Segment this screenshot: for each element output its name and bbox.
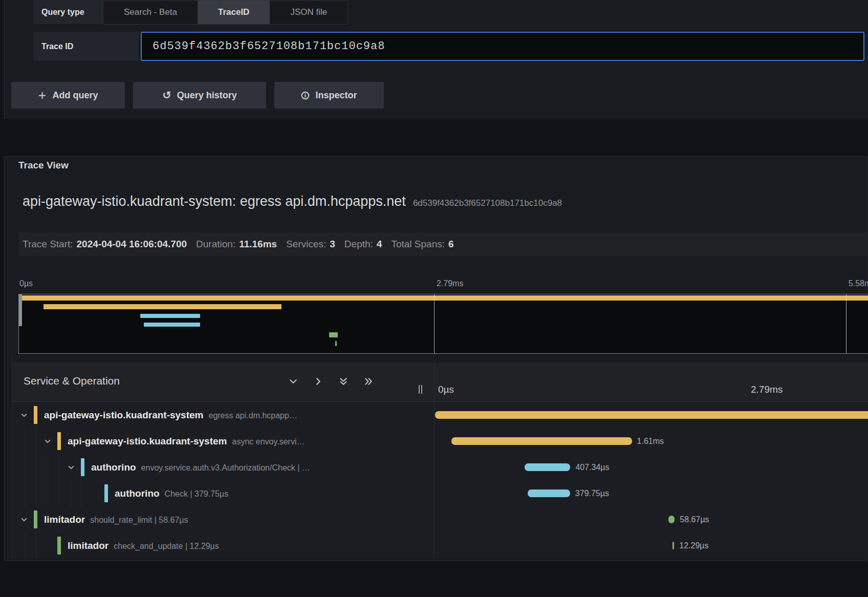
span-row-api-gateway-istio.kuadrant-system[interactable]: api-gateway-istio.kuadrant-systemasync e… <box>12 428 868 454</box>
tab-json-file[interactable]: JSON file <box>270 1 348 24</box>
span-name: api-gateway-istio.kuadrant-systemegress … <box>44 402 434 428</box>
service-color-bar <box>57 537 61 555</box>
span-rows: api-gateway-istio.kuadrant-systemegress … <box>12 402 868 559</box>
span-duration-label: 12.29µs <box>679 532 708 559</box>
info-circle-icon <box>301 91 310 100</box>
indent-guide <box>48 454 48 480</box>
chevron-right-icon <box>314 377 323 386</box>
service-color-bar <box>104 484 108 502</box>
span-duration-label: 1.61ms <box>637 428 664 454</box>
meta-duration-: Duration:11.16ms <box>196 239 277 250</box>
service-name: limitador <box>44 514 85 525</box>
trace-id-label: Trace ID <box>33 32 139 61</box>
minimap-span-bar <box>140 314 201 318</box>
minimap-span-bar <box>44 304 281 309</box>
query-type-tabs: Search - BetaTraceIDJSON file <box>103 0 348 25</box>
trace-id-input[interactable] <box>141 32 864 61</box>
indent-guide <box>25 454 26 480</box>
trace-minimap[interactable] <box>18 294 868 354</box>
ruler-tick: 2.79ms <box>437 279 463 288</box>
span-expander[interactable] <box>20 516 28 523</box>
span-row-authorino[interactable]: authorinoCheck | 379.75µs379.75µs <box>12 480 868 506</box>
service-color-bar <box>34 510 37 528</box>
query-history-button[interactable]: ↺Query history <box>133 82 266 109</box>
collapse-all-button[interactable] <box>339 377 348 386</box>
add-query-button[interactable]: Add query <box>11 82 125 109</box>
span-duration-bar[interactable] <box>435 411 868 419</box>
query-editor-section: Query type Search - BetaTraceIDJSON file… <box>4 0 868 119</box>
span-row-api-gateway-istio.kuadrant-system[interactable]: api-gateway-istio.kuadrant-systemegress … <box>12 402 868 428</box>
span-name: limitadorcheck_and_update | 12.29µs <box>68 532 434 559</box>
chevron-down-icon <box>20 516 28 523</box>
span-duration-bar[interactable] <box>451 437 632 445</box>
span-table: Service & Operation 0µs2.79ms api-gatewa… <box>12 354 868 559</box>
tree-controls <box>289 377 373 386</box>
trace-id-short: 6d539f4362b3f6527108b171bc10c9a8 <box>413 198 562 208</box>
expand-all-button[interactable] <box>364 377 373 386</box>
indent-guide <box>36 480 37 506</box>
span-duration-bar[interactable] <box>672 542 674 549</box>
service-color-bar <box>81 458 84 476</box>
chevron-down-icon <box>20 412 28 419</box>
span-row-authorino[interactable]: authorinoenvoy.service.auth.v3.Authoriza… <box>12 454 868 480</box>
span-name: limitadorshould_rate_limit | 58.67µs <box>44 506 434 532</box>
timeline-tick: 2.79ms <box>751 384 783 395</box>
query-type-label: Query type <box>33 0 103 24</box>
timeline-ruler: 0µs2.79ms5.58ms <box>5 275 868 294</box>
ruler-tick: 5.58ms <box>849 279 868 288</box>
indent-guide <box>36 454 37 480</box>
minimap-span-bar <box>335 341 337 346</box>
double-chevron-right-icon <box>364 377 373 386</box>
service-color-bar <box>34 406 37 424</box>
column-resize-handle[interactable] <box>419 385 422 394</box>
info-circle-icon <box>301 91 310 100</box>
span-duration-bar[interactable] <box>528 489 570 497</box>
service-name: authorino <box>115 488 160 499</box>
span-duration-bar[interactable] <box>525 463 570 471</box>
minimap-span-bar <box>329 332 338 337</box>
double-chevron-down-icon <box>339 377 348 386</box>
operation-name: should_rate_limit | 58.67µs <box>90 516 188 524</box>
indent-guide <box>48 480 48 506</box>
collapse-one-button[interactable] <box>289 377 298 386</box>
span-duration-bar[interactable] <box>668 516 675 523</box>
span-row-limitador[interactable]: limitadorcheck_and_update | 12.29µs12.29… <box>12 532 868 559</box>
plus-icon <box>38 91 47 100</box>
chevron-down-icon <box>68 464 75 471</box>
trace-view-panel: Trace View api-gateway-istio.kuadrant-sy… <box>4 156 868 561</box>
trace-meta-bar: Trace Start:2024-04-04 16:06:04.700Durat… <box>18 232 868 256</box>
operation-name: egress api.dm.hcpapp… <box>208 411 297 420</box>
indent-guide <box>25 428 26 454</box>
span-expander[interactable] <box>20 412 28 419</box>
meta-total-spans-: Total Spans:6 <box>391 239 453 250</box>
tab-search-beta[interactable]: Search - Beta <box>103 1 198 24</box>
chevron-down-icon <box>44 438 51 445</box>
chevron-down-icon <box>289 377 298 386</box>
indent-guide <box>59 480 59 506</box>
minimap-span-bar <box>144 323 200 327</box>
inspector-button[interactable]: Inspector <box>274 82 384 109</box>
span-expander[interactable] <box>44 438 51 445</box>
meta-services-: Services:3 <box>286 239 335 250</box>
name-column-divider[interactable] <box>434 363 435 559</box>
span-duration-label: 407.34µs <box>575 454 609 480</box>
indent-guide <box>36 428 37 454</box>
indent-guide <box>25 480 26 506</box>
indent-guide <box>36 532 37 559</box>
timeline-tick: 0µs <box>438 384 454 395</box>
span-expander[interactable] <box>68 464 75 471</box>
button-label: Add query <box>52 90 98 101</box>
service-operation-header: Service & Operation <box>24 375 120 387</box>
span-row-limitador[interactable]: limitadorshould_rate_limit | 58.67µs58.6… <box>12 506 868 532</box>
indent-guide <box>81 480 82 506</box>
tab-traceid[interactable]: TraceID <box>198 1 270 24</box>
indent-guide <box>59 454 59 480</box>
plus-icon <box>38 91 47 100</box>
indent-guide <box>70 480 71 506</box>
expand-one-button[interactable] <box>314 377 323 386</box>
table-header: Service & Operation 0µs2.79ms <box>12 363 868 402</box>
service-name: authorino <box>91 462 136 473</box>
button-label: Query history <box>177 90 237 101</box>
grafana-trace-page: Query type Search - BetaTraceIDJSON file… <box>0 0 868 597</box>
operation-name: envoy.service.auth.v3.Authorization/Chec… <box>141 463 310 472</box>
